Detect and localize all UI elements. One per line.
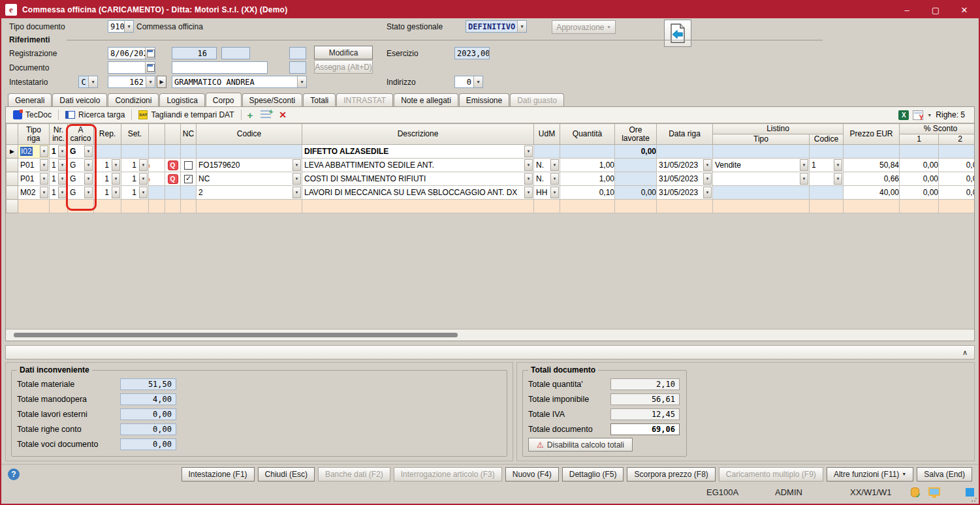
- chevron-down-icon[interactable]: ▼: [112, 159, 120, 171]
- cell-listino-tipo[interactable]: Vendite▼: [713, 159, 810, 172]
- cell-nr-inc[interactable]: [50, 200, 68, 213]
- indirizzo-select[interactable]: 0 ▼: [454, 76, 483, 88]
- chevron-down-icon[interactable]: ▼: [58, 173, 67, 185]
- row-pointer-cell[interactable]: [7, 186, 18, 200]
- horizontal-scrollbar-thumb[interactable]: [14, 333, 458, 337]
- filter-grid-button[interactable]: [913, 110, 923, 120]
- cell-quantita[interactable]: [560, 200, 615, 213]
- documento-date-field[interactable]: [108, 61, 155, 74]
- cell-data-riga[interactable]: [657, 200, 713, 213]
- row-pointer-cell[interactable]: [7, 200, 18, 213]
- chevron-down-icon[interactable]: ▼: [84, 173, 93, 185]
- chevron-down-icon[interactable]: ▼: [703, 173, 712, 185]
- interrogazione-articolo-button[interactable]: Interrogazione articolo (F3): [394, 467, 502, 482]
- tipo-documento-select[interactable]: 910 ▼: [108, 20, 134, 33]
- cell-prezzo[interactable]: 0,66: [844, 172, 900, 186]
- cell-nr-inc[interactable]: 1▼: [50, 145, 68, 159]
- chevron-down-icon[interactable]: ▼: [550, 187, 559, 198]
- chevron-down-icon[interactable]: ▼: [292, 159, 301, 171]
- chevron-down-icon[interactable]: ▼: [703, 159, 712, 171]
- cell-rep[interactable]: 1▼: [94, 159, 121, 172]
- nc-checkbox[interactable]: [184, 161, 193, 170]
- chevron-down-icon[interactable]: ▼: [146, 76, 155, 87]
- stato-gestionale-select[interactable]: DEFINITIVO ▼: [466, 20, 527, 33]
- chevron-down-icon[interactable]: ▼: [550, 173, 559, 185]
- row-pointer-cell[interactable]: ▶: [7, 145, 18, 159]
- cell-icon2[interactable]: Q: [165, 172, 181, 186]
- cell-nr-inc[interactable]: 1▼: [50, 172, 68, 186]
- cell-prezzo[interactable]: [844, 200, 900, 213]
- chevron-down-icon[interactable]: ▼: [703, 187, 712, 198]
- cell-listino-tipo[interactable]: [713, 200, 810, 213]
- assegna-button[interactable]: Assegna (Alt+D): [314, 60, 373, 74]
- chevron-down-icon[interactable]: ▼: [473, 76, 482, 87]
- cell-listino-tipo[interactable]: [713, 145, 810, 159]
- cell-icon2[interactable]: Q: [165, 159, 181, 172]
- altre-funzioni-button[interactable]: Altre funzioni (F11)▼: [827, 467, 913, 482]
- chevron-down-icon[interactable]: ▼: [84, 145, 93, 157]
- cell-sconto2[interactable]: [939, 145, 975, 159]
- cell-data-riga[interactable]: 31/05/2023▼: [657, 159, 713, 172]
- tab-condizioni[interactable]: Condizioni: [108, 93, 159, 106]
- cell-udm[interactable]: [534, 145, 560, 159]
- cell-sconto2[interactable]: 0,00: [939, 159, 975, 172]
- cell-set[interactable]: 1▼: [121, 172, 149, 186]
- chevron-down-icon[interactable]: ▼: [517, 21, 526, 32]
- tagliandi-dat-button[interactable]: DAT Tagliandi e tempari DAT: [134, 109, 238, 121]
- tab-dati-veicolo[interactable]: Dati veicolo: [52, 93, 107, 106]
- chevron-down-icon[interactable]: ▼: [550, 159, 559, 171]
- totals-collapse-bar[interactable]: ∧: [5, 345, 975, 360]
- chevron-down-icon[interactable]: ▼: [800, 159, 808, 171]
- delete-row-button[interactable]: ✕: [275, 110, 291, 120]
- cell-prezzo[interactable]: [844, 145, 900, 159]
- chevron-down-icon[interactable]: ▼: [927, 113, 932, 117]
- cell-data-riga[interactable]: [657, 145, 713, 159]
- cell-sconto1[interactable]: [900, 200, 939, 213]
- chevron-down-icon[interactable]: ▼: [524, 187, 533, 198]
- tab-dati-guasto[interactable]: Dati guasto: [510, 93, 564, 106]
- chevron-down-icon[interactable]: ▼: [112, 173, 120, 185]
- cell-codice[interactable]: 2▼: [197, 186, 302, 200]
- cell-nc[interactable]: [181, 145, 197, 159]
- chevron-down-icon[interactable]: ▼: [40, 159, 48, 171]
- cell-listino-codice[interactable]: ▼: [810, 172, 844, 186]
- chevron-up-icon[interactable]: ∧: [962, 348, 968, 357]
- chevron-down-icon[interactable]: ▼: [84, 187, 93, 198]
- intestatario-code-select[interactable]: 162 ▼: [108, 76, 155, 88]
- cell-a-carico[interactable]: G▼: [68, 186, 94, 200]
- approvazione-button[interactable]: Approvazione ▼: [552, 20, 616, 34]
- chevron-down-icon[interactable]: ▼: [139, 187, 148, 198]
- cell-set[interactable]: 1▼: [121, 159, 149, 172]
- cell-listino-tipo[interactable]: [713, 186, 810, 200]
- cell-nc[interactable]: [181, 159, 197, 172]
- cell-a-carico[interactable]: G▼: [68, 159, 94, 172]
- cell-quantita[interactable]: 1,00: [560, 159, 615, 172]
- cell-nc[interactable]: [181, 200, 197, 213]
- cell-descrizione[interactable]: COSTI DI SMALTIMENTO RIFIUTI▼: [302, 172, 534, 186]
- horizontal-scrollbar[interactable]: [6, 329, 974, 341]
- banche-dati-button[interactable]: Banche dati (F2): [318, 467, 390, 482]
- cell-tipo-riga[interactable]: P01▼: [18, 172, 50, 186]
- cell-sconto2[interactable]: [939, 200, 975, 213]
- chevron-down-icon[interactable]: ▼: [124, 21, 133, 32]
- modifica-button[interactable]: Modifica: [314, 46, 373, 59]
- chevron-down-icon[interactable]: ▼: [88, 76, 97, 87]
- chevron-down-icon[interactable]: ▼: [524, 145, 533, 157]
- chevron-down-icon[interactable]: ▼: [84, 159, 93, 171]
- cell-quantita[interactable]: [560, 145, 615, 159]
- intestatario-type-select[interactable]: C ▼: [78, 76, 98, 88]
- cell-set[interactable]: 1▼: [121, 186, 149, 200]
- registrazione-date-field[interactable]: 8/06/2023: [108, 47, 155, 59]
- cell-nr-inc[interactable]: 1▼: [50, 186, 68, 200]
- add-row-button[interactable]: +: [244, 110, 257, 121]
- cell-quantita[interactable]: 1,00: [560, 172, 615, 186]
- cell-tipo-riga[interactable]: I02▼: [18, 145, 50, 159]
- cell-codice[interactable]: NC▼: [197, 172, 302, 186]
- chevron-down-icon[interactable]: ▼: [40, 187, 48, 198]
- cell-tipo-riga[interactable]: [18, 200, 50, 213]
- export-excel-button[interactable]: X: [898, 110, 909, 120]
- cell-descrizione[interactable]: LEVA ABBATTIMENTO SEDILE ANT.▼: [302, 159, 534, 172]
- cell-set[interactable]: [121, 200, 149, 213]
- minimize-button[interactable]: –: [893, 1, 921, 18]
- cell-descrizione[interactable]: [302, 200, 534, 213]
